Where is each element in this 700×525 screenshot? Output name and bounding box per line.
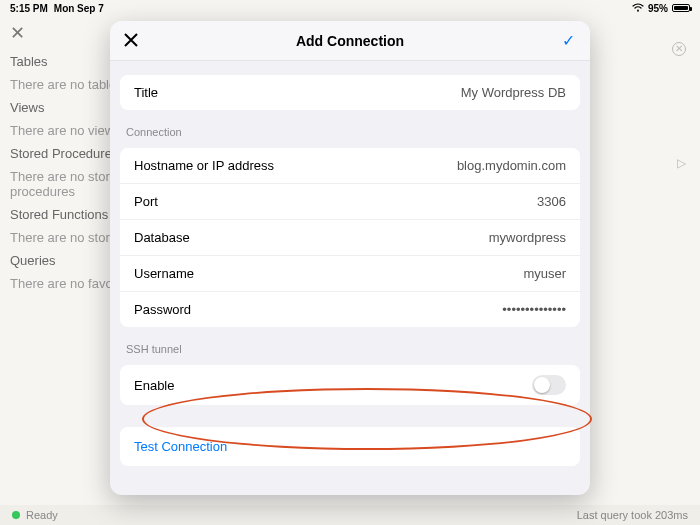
hostname-value: blog.mydomin.com [457, 158, 566, 173]
ssh-enable-row[interactable]: Enable [120, 365, 580, 405]
modal-header: Add Connection ✓ [110, 21, 590, 61]
test-connection-label: Test Connection [134, 439, 227, 454]
battery-icon [672, 4, 690, 12]
password-row[interactable]: Password •••••••••••••• [120, 292, 580, 327]
hostname-row[interactable]: Hostname or IP address blog.mydomin.com [120, 148, 580, 184]
password-label: Password [134, 302, 191, 317]
port-row[interactable]: Port 3306 [120, 184, 580, 220]
connection-heading: Connection [110, 112, 590, 142]
status-time: 5:15 PM [10, 3, 48, 14]
modal-body: Title My Wordpress DB Connection Hostnam… [110, 61, 590, 495]
cancel-button[interactable] [122, 31, 142, 51]
modal-backdrop: Add Connection ✓ Title My Wordpress DB C… [0, 16, 700, 525]
add-connection-modal: Add Connection ✓ Title My Wordpress DB C… [110, 21, 590, 495]
wifi-icon [632, 3, 644, 14]
port-value: 3306 [537, 194, 566, 209]
port-label: Port [134, 194, 158, 209]
database-row[interactable]: Database mywordpress [120, 220, 580, 256]
hostname-label: Hostname or IP address [134, 158, 274, 173]
ssh-enable-label: Enable [134, 378, 174, 393]
status-bar: 5:15 PM Mon Sep 7 95% [0, 0, 700, 16]
database-label: Database [134, 230, 190, 245]
connection-card: Hostname or IP address blog.mydomin.com … [120, 148, 580, 327]
ssh-enable-toggle[interactable] [532, 375, 566, 395]
test-connection-button[interactable]: Test Connection [120, 427, 580, 466]
ssh-heading: SSH tunnel [110, 329, 590, 359]
username-label: Username [134, 266, 194, 281]
username-value: myuser [523, 266, 566, 281]
svg-point-0 [637, 9, 639, 11]
title-value: My Wordpress DB [461, 85, 566, 100]
title-card: Title My Wordpress DB [120, 75, 580, 110]
test-connection-card: Test Connection [120, 427, 580, 466]
password-value: •••••••••••••• [502, 302, 566, 317]
title-row[interactable]: Title My Wordpress DB [120, 75, 580, 110]
username-row[interactable]: Username myuser [120, 256, 580, 292]
confirm-button[interactable]: ✓ [558, 31, 578, 51]
title-label: Title [134, 85, 158, 100]
battery-percent: 95% [648, 3, 668, 14]
ssh-card: Enable [120, 365, 580, 405]
database-value: mywordpress [489, 230, 566, 245]
status-date: Mon Sep 7 [54, 3, 104, 14]
modal-title: Add Connection [296, 33, 404, 49]
